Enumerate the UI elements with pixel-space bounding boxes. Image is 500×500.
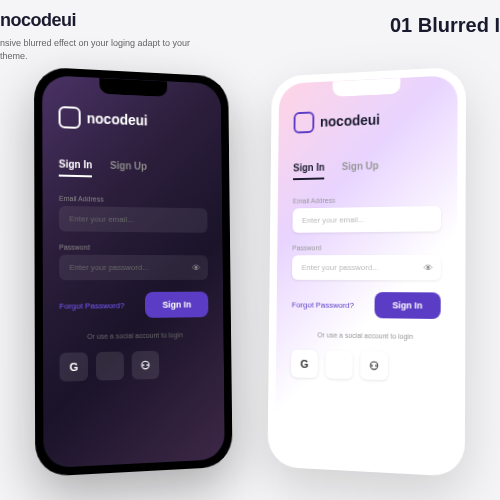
signin-button[interactable]: Sign In: [374, 292, 440, 319]
google-login-button[interactable]: G: [59, 352, 88, 381]
forgot-password-link[interactable]: Forgot Password?: [59, 301, 124, 311]
password-input[interactable]: [292, 255, 441, 280]
google-login-button[interactable]: G: [291, 350, 318, 378]
tagline-text: nsive blurred effect on your loging adap…: [0, 37, 200, 62]
social-divider-text: Or use a social account to login: [59, 331, 208, 341]
email-input[interactable]: [59, 206, 208, 233]
apple-login-button[interactable]: [96, 351, 124, 380]
apple-login-button[interactable]: [325, 350, 352, 379]
app-logo-icon: [294, 111, 315, 133]
app-logo-text: nocodeui: [87, 110, 148, 128]
eye-off-icon[interactable]: 👁: [424, 262, 433, 272]
email-label: Email Address: [59, 195, 207, 205]
brand-logo-text: nocodeui: [0, 10, 200, 31]
password-input[interactable]: [59, 255, 208, 280]
eye-off-icon[interactable]: 👁: [192, 263, 201, 273]
social-divider-text: Or use a social account to login: [291, 331, 440, 341]
password-label: Password: [59, 244, 208, 252]
app-logo-text: nocodeui: [320, 112, 380, 130]
tab-signin[interactable]: Sign In: [59, 158, 93, 177]
email-input[interactable]: [292, 206, 441, 233]
forgot-password-link[interactable]: Forgot Password?: [292, 300, 354, 309]
signin-button[interactable]: Sign In: [145, 292, 208, 318]
section-title: 01 Blurred I: [390, 14, 500, 37]
tab-signup[interactable]: Sign Up: [110, 160, 147, 179]
phone-mockup-light: nocodeui Sign In Sign Up Email Address P…: [267, 67, 466, 477]
email-label: Email Address: [293, 195, 441, 205]
tab-signin[interactable]: Sign In: [293, 162, 325, 180]
other-login-button[interactable]: ⚇: [360, 351, 388, 380]
password-label: Password: [292, 244, 441, 252]
other-login-button[interactable]: ⚇: [132, 351, 160, 380]
tab-signup[interactable]: Sign Up: [342, 160, 379, 179]
phone-mockup-dark: nocodeui Sign In Sign Up Email Address P…: [34, 67, 233, 477]
app-logo-icon: [59, 106, 81, 129]
